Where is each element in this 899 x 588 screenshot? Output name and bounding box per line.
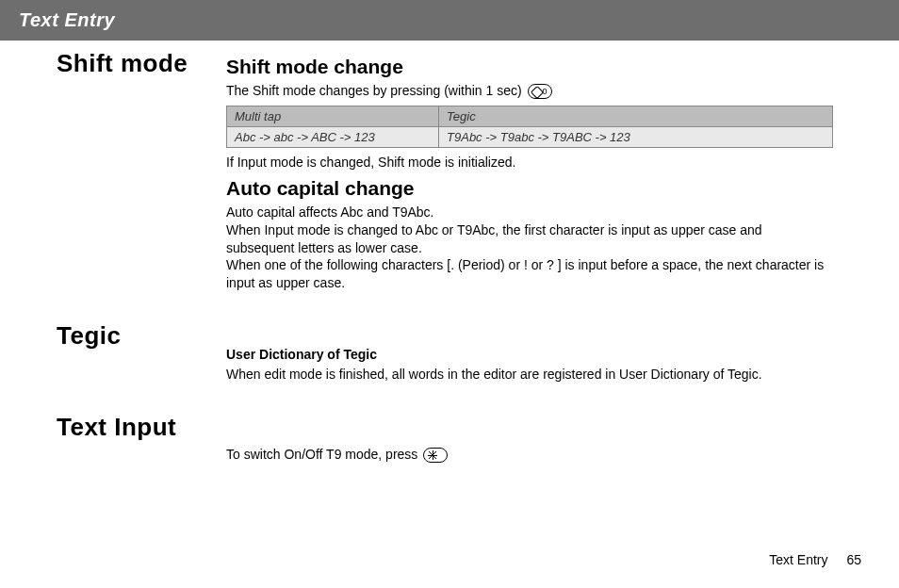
page-header-banner: Text Entry bbox=[0, 0, 899, 41]
text-fragment: To switch On/Off T9 mode, press bbox=[226, 447, 417, 462]
heading-shift-mode: Shift mode bbox=[57, 50, 226, 77]
section-text-input: Text Input To switch On/Off T9 mode, pre… bbox=[57, 414, 861, 467]
table-cell-multitap-seq: Abc -> abc -> ABC -> 123 bbox=[227, 126, 439, 147]
key-star-icon bbox=[423, 448, 448, 463]
section-tegic: Tegic User Dictionary of Tegic When edit… bbox=[57, 322, 861, 387]
section-shift-mode: Shift mode Shift mode change The Shift m… bbox=[57, 50, 861, 296]
text-input-body: To switch On/Off T9 mode, press bbox=[226, 446, 833, 464]
page-footer: Text Entry 65 bbox=[769, 552, 861, 567]
footer-page-number: 65 bbox=[846, 552, 861, 567]
subheading-shift-mode-change: Shift mode change bbox=[226, 56, 833, 78]
table-cell-tegic-seq: T9Abc -> T9abc -> T9ABC -> 123 bbox=[439, 126, 833, 147]
subheading-user-dictionary: User Dictionary of Tegic bbox=[226, 347, 833, 362]
heading-tegic: Tegic bbox=[57, 322, 226, 350]
heading-text-input: Text Input bbox=[57, 414, 226, 441]
text-fragment: The Shift mode changes by pressing (with… bbox=[226, 83, 522, 98]
auto-capital-body: Auto capital affects Abc and T9Abc. When… bbox=[226, 204, 833, 292]
footer-section-label: Text Entry bbox=[769, 552, 827, 567]
user-dictionary-body: When edit mode is finished, all words in… bbox=[226, 366, 833, 384]
page-content: Shift mode Shift mode change The Shift m… bbox=[0, 50, 899, 467]
shift-mode-table: Multi tap Tegic Abc -> abc -> ABC -> 123… bbox=[226, 106, 833, 148]
shift-mode-change-text: The Shift mode changes by pressing (with… bbox=[226, 82, 833, 100]
table-header-tegic: Tegic bbox=[439, 106, 833, 126]
subheading-auto-capital: Auto capital change bbox=[226, 177, 833, 200]
table-header-multitap: Multi tap bbox=[227, 106, 439, 126]
shift-mode-note: If Input mode is changed, Shift mode is … bbox=[226, 154, 833, 172]
key-zero-icon bbox=[528, 84, 552, 99]
